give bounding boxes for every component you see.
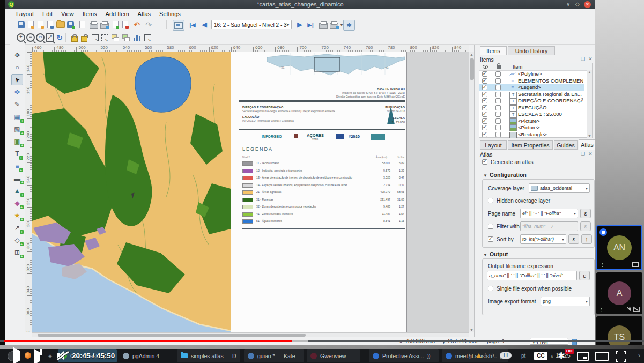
distribute-items-icon[interactable] (132, 33, 142, 42)
scroll-down-icon[interactable]: ▼ (470, 328, 473, 332)
miniplayer-icon[interactable] (577, 352, 589, 361)
tab-guides[interactable]: Guides (554, 140, 578, 150)
add-label-tool[interactable]: T (11, 148, 23, 159)
telegram-tray-icon[interactable]: ✈ (491, 353, 495, 358)
tile-menu-icon[interactable]: ⋮ (600, 262, 605, 268)
taskbar-kate[interactable]: guiao * — Kate (244, 349, 304, 362)
export-svg-icon[interactable] (110, 20, 120, 29)
edit-nodes-tool[interactable]: ✎ (11, 99, 23, 110)
deselect-items-icon[interactable] (100, 33, 109, 42)
add-scalebar-tool[interactable]: ▬ (11, 173, 23, 184)
tab-item-properties[interactable]: Item Properties (508, 140, 553, 150)
export-pdf-icon[interactable] (120, 20, 130, 29)
item-row[interactable]: TSecretaria Regional da En... (479, 91, 584, 98)
coverage-layer-combo[interactable]: atlas_ocidental ▾ (529, 183, 590, 193)
vscroll-thumb[interactable] (470, 58, 474, 80)
output-filename-expression[interactable]: a_num" || '-' || "Follha" || '-' || "niv… (487, 271, 577, 280)
sort-direction-button[interactable]: ↑ (581, 234, 592, 244)
play-button[interactable] (13, 351, 20, 361)
next-button[interactable] (34, 352, 40, 362)
lower-items-icon[interactable] (121, 33, 131, 42)
redo-icon[interactable]: ↷ (144, 20, 153, 29)
taskbar-gwenview[interactable]: Gwenview (307, 349, 360, 362)
float-panel-icon[interactable]: ❏ (581, 151, 585, 157)
sort-expression[interactable]: to_int("Follha") ▾ (520, 234, 566, 244)
item-row-selected[interactable]: ≡<Legend> (479, 84, 584, 91)
keyboard-layout-indicator[interactable]: pt (521, 353, 525, 359)
unlock-items-icon[interactable] (79, 33, 89, 42)
print-icon[interactable] (89, 20, 99, 29)
menu-add-item[interactable]: Add Item (101, 11, 134, 17)
tab-atlas[interactable]: Atlas (579, 139, 596, 150)
save-as-template-icon[interactable] (65, 20, 75, 29)
add-marker-tool[interactable]: ★ (11, 210, 23, 221)
add-north-arrow-tool[interactable]: ▲ (11, 185, 23, 196)
open-template-icon[interactable] (56, 20, 65, 29)
item-row[interactable]: <Polyline> (479, 71, 584, 78)
minimize-button[interactable]: ∨ (566, 1, 570, 8)
first-feature-icon[interactable]: |◀ (188, 20, 197, 29)
overview-map-item[interactable] (267, 53, 405, 87)
warning-tray-icon[interactable] (476, 353, 482, 358)
add-map-tool[interactable]: ▦ (11, 111, 23, 122)
lock-items-icon[interactable] (70, 33, 79, 42)
close-button[interactable]: ✕ (584, 1, 591, 8)
previous-feature-icon[interactable]: ◀ (199, 20, 209, 29)
select-items-icon[interactable] (90, 33, 100, 42)
atlas-feature-combo[interactable]: 16: 2 - São Miguel - Nível 2 - 33 ▾ (211, 20, 292, 29)
item-row[interactable]: <Picture> (479, 124, 584, 131)
add-shape-tool[interactable]: ◆ (11, 197, 23, 209)
volume-pill-icon[interactable] (500, 352, 512, 359)
filter-with-checkbox[interactable] (488, 224, 493, 229)
refresh-icon[interactable]: ↻ (55, 33, 64, 42)
layout-map-item[interactable] (32, 52, 231, 332)
print-atlas-icon[interactable] (319, 20, 328, 29)
sort-by-checkbox[interactable] (488, 236, 493, 242)
bluetooth-tray-icon[interactable]: ᛒ (484, 353, 487, 358)
configuration-section-header[interactable]: ▼Configuration (483, 172, 527, 178)
notifications-tray-icon[interactable]: ✦ (468, 353, 472, 358)
single-file-checkbox[interactable] (488, 286, 493, 291)
zoom-in-icon[interactable]: + (16, 33, 26, 42)
close-panel-icon[interactable]: ✕ (588, 56, 593, 62)
pan-tool[interactable]: ✥ (11, 49, 23, 61)
taskbar-dolphin[interactable]: simples atlas — Do... (177, 349, 240, 362)
page-name-expression[interactable]: el" || ' - ' || "Follha" ▾ (520, 209, 578, 218)
output-section-header[interactable]: ▼Output (483, 251, 508, 257)
generate-atlas-checkbox[interactable] (482, 159, 487, 165)
menu-atlas[interactable]: Atlas (134, 11, 155, 17)
taskbar-meet[interactable]: meet.jit.si is sh... )) (442, 349, 508, 362)
tab-items[interactable]: Items (480, 46, 507, 55)
tab-undo-history[interactable]: Undo History (508, 46, 555, 55)
new-page-icon[interactable] (77, 20, 87, 29)
taskbar-protective[interactable]: Protective Assi... )) (369, 349, 439, 362)
fullscreen-icon[interactable] (616, 351, 626, 362)
menu-layout[interactable]: Layout (12, 11, 38, 17)
zoom-tool[interactable]: ○ (11, 62, 23, 73)
float-panel-icon[interactable]: ❏ (581, 56, 585, 62)
output-filename-expression-button[interactable]: ε (579, 271, 590, 280)
item-row[interactable]: <Picture> (479, 118, 584, 125)
preview-atlas-toggle[interactable] (173, 20, 184, 31)
new-layout-icon[interactable] (26, 20, 35, 29)
firefox-icon[interactable] (25, 352, 31, 359)
menu-settings[interactable]: Settings (155, 11, 185, 17)
tray-expand-icon[interactable]: ∧ (550, 354, 554, 359)
layout-page[interactable]: 31 34 BASE DE TRABALHO Imagens do satéli… (231, 52, 406, 332)
tab-layout[interactable]: Layout (480, 140, 507, 150)
tile-menu-icon[interactable]: ⋮ (599, 307, 604, 313)
theater-mode-icon[interactable] (595, 352, 609, 361)
menu-view[interactable]: View (57, 11, 78, 17)
raise-items-icon[interactable] (110, 33, 120, 42)
add-node-item-tool[interactable]: ◇ (11, 234, 23, 246)
mute-icon[interactable] (57, 351, 69, 360)
video-progress-bar[interactable] (0, 340, 644, 342)
menu-edit[interactable]: Edit (38, 11, 57, 17)
add-legend-tool[interactable]: ≡ (11, 160, 23, 172)
item-row[interactable]: TEXECUÇÃO (479, 105, 584, 112)
move-item-content-tool[interactable]: ✜ (11, 86, 23, 98)
item-row[interactable]: TESCALA 1 : 25.000 (479, 111, 584, 118)
export-image-icon[interactable] (100, 20, 109, 29)
hidden-coverage-checkbox[interactable] (488, 198, 493, 203)
zoom-full-icon[interactable]: ⤢ (45, 33, 55, 42)
